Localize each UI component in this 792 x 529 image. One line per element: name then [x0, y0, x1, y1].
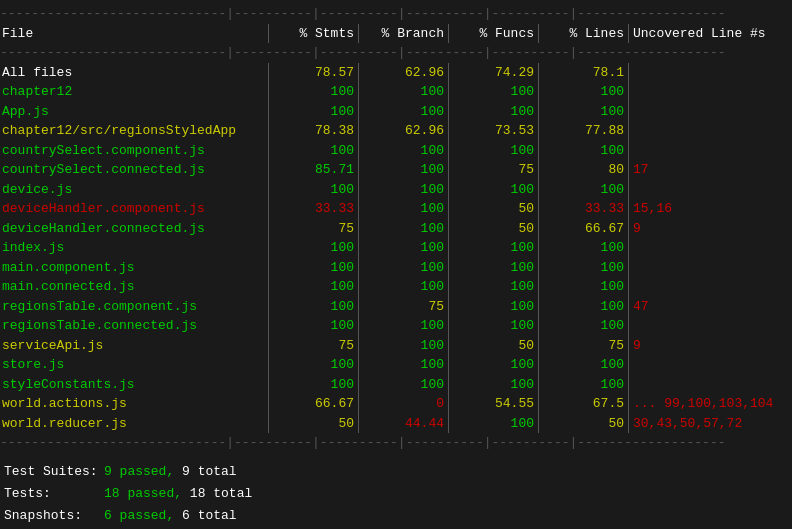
cell-funcs: 100 — [448, 277, 538, 297]
cell-file: chapter12/src/regionsStyledApp — [0, 121, 268, 141]
table-header: File % Stmts % Branch % Funcs % Lines Un… — [0, 24, 792, 44]
cell-file: main.connected.js — [0, 277, 268, 297]
cell-uncovered: ... 99,100,103,104 — [628, 394, 792, 414]
cell-lines: 100 — [538, 141, 628, 161]
cell-stmts: 100 — [268, 102, 358, 122]
cell-file: deviceHandler.component.js — [0, 199, 268, 219]
cell-uncovered — [628, 180, 792, 200]
cell-file: chapter12 — [0, 82, 268, 102]
table-row: countrySelect.connected.js 85.71 100 75 … — [0, 160, 792, 180]
table-row: All files 78.57 62.96 74.29 78.1 — [0, 63, 792, 83]
table-row: serviceApi.js 75 100 50 75 9 — [0, 336, 792, 356]
cell-funcs: 100 — [448, 414, 538, 434]
cell-lines: 100 — [538, 277, 628, 297]
table-row: index.js 100 100 100 100 — [0, 238, 792, 258]
cell-file: All files — [0, 63, 268, 83]
cell-funcs: 100 — [448, 141, 538, 161]
tests-label: Tests: — [4, 483, 104, 505]
cell-uncovered — [628, 121, 792, 141]
cell-lines: 77.88 — [538, 121, 628, 141]
cell-lines: 33.33 — [538, 199, 628, 219]
cell-stmts: 100 — [268, 141, 358, 161]
cell-funcs: 75 — [448, 160, 538, 180]
cell-stmts: 78.57 — [268, 63, 358, 83]
cell-stmts: 100 — [268, 375, 358, 395]
cell-file: index.js — [0, 238, 268, 258]
cell-uncovered — [628, 238, 792, 258]
cell-stmts: 66.67 — [268, 394, 358, 414]
bottom-divider: -----------------------------|----------… — [0, 433, 792, 453]
cell-funcs: 100 — [448, 180, 538, 200]
table-row: styleConstants.js 100 100 100 100 — [0, 375, 792, 395]
cell-branch: 100 — [358, 180, 448, 200]
snapshots-total: 6 total — [174, 505, 236, 527]
cell-funcs: 100 — [448, 82, 538, 102]
cell-uncovered — [628, 355, 792, 375]
header-branch: % Branch — [358, 24, 448, 44]
cell-lines: 50 — [538, 414, 628, 434]
table-row: world.reducer.js 50 44.44 100 50 30,43,5… — [0, 414, 792, 434]
cell-file: serviceApi.js — [0, 336, 268, 356]
cell-branch: 100 — [358, 258, 448, 278]
cell-stmts: 100 — [268, 355, 358, 375]
snapshots-passed: 6 passed, — [104, 505, 174, 527]
top-divider: -----------------------------|----------… — [0, 4, 792, 24]
cell-file: App.js — [0, 102, 268, 122]
cell-uncovered: 47 — [628, 297, 792, 317]
suites-passed: 9 passed, — [104, 461, 174, 483]
cell-funcs: 100 — [448, 297, 538, 317]
suites-total: 9 total — [174, 461, 236, 483]
cell-lines: 75 — [538, 336, 628, 356]
cell-file: main.component.js — [0, 258, 268, 278]
cell-lines: 100 — [538, 297, 628, 317]
cell-file: world.reducer.js — [0, 414, 268, 434]
cell-file: device.js — [0, 180, 268, 200]
cell-file: countrySelect.connected.js — [0, 160, 268, 180]
cell-uncovered — [628, 63, 792, 83]
cell-stmts: 100 — [268, 82, 358, 102]
table-row: App.js 100 100 100 100 — [0, 102, 792, 122]
table-row: deviceHandler.connected.js 75 100 50 66.… — [0, 219, 792, 239]
cell-branch: 100 — [358, 316, 448, 336]
cell-branch: 100 — [358, 199, 448, 219]
tests-total: 18 total — [182, 483, 252, 505]
cell-stmts: 50 — [268, 414, 358, 434]
cell-uncovered: 15,16 — [628, 199, 792, 219]
table-row: chapter12/src/regionsStyledApp 78.38 62.… — [0, 121, 792, 141]
cell-funcs: 50 — [448, 336, 538, 356]
table-row: main.connected.js 100 100 100 100 — [0, 277, 792, 297]
cell-funcs: 100 — [448, 258, 538, 278]
cell-lines: 67.5 — [538, 394, 628, 414]
table-row: device.js 100 100 100 100 — [0, 180, 792, 200]
cell-lines: 100 — [538, 82, 628, 102]
cell-branch: 100 — [358, 141, 448, 161]
table-row: regionsTable.connected.js 100 100 100 10… — [0, 316, 792, 336]
table-row: main.component.js 100 100 100 100 — [0, 258, 792, 278]
cell-lines: 100 — [538, 180, 628, 200]
snapshots-row: Snapshots: 6 passed, 6 total — [4, 505, 792, 527]
cell-uncovered: 9 — [628, 219, 792, 239]
header-file: File — [0, 24, 268, 44]
cell-branch: 62.96 — [358, 121, 448, 141]
cell-lines: 80 — [538, 160, 628, 180]
cell-lines: 100 — [538, 258, 628, 278]
cell-uncovered — [628, 82, 792, 102]
table-row: regionsTable.component.js 100 75 100 100… — [0, 297, 792, 317]
cell-uncovered — [628, 141, 792, 161]
snapshots-label: Snapshots: — [4, 505, 104, 527]
table-row: store.js 100 100 100 100 — [0, 355, 792, 375]
header-lines: % Lines — [538, 24, 628, 44]
cell-funcs: 50 — [448, 219, 538, 239]
cell-uncovered — [628, 316, 792, 336]
cell-branch: 100 — [358, 238, 448, 258]
cell-branch: 100 — [358, 82, 448, 102]
cell-lines: 100 — [538, 375, 628, 395]
cell-funcs: 54.55 — [448, 394, 538, 414]
cell-branch: 100 — [358, 219, 448, 239]
cell-branch: 100 — [358, 102, 448, 122]
table-row: world.actions.js 66.67 0 54.55 67.5 ... … — [0, 394, 792, 414]
cell-uncovered — [628, 375, 792, 395]
cell-funcs: 73.53 — [448, 121, 538, 141]
cell-file: countrySelect.component.js — [0, 141, 268, 161]
table-row: countrySelect.component.js 100 100 100 1… — [0, 141, 792, 161]
